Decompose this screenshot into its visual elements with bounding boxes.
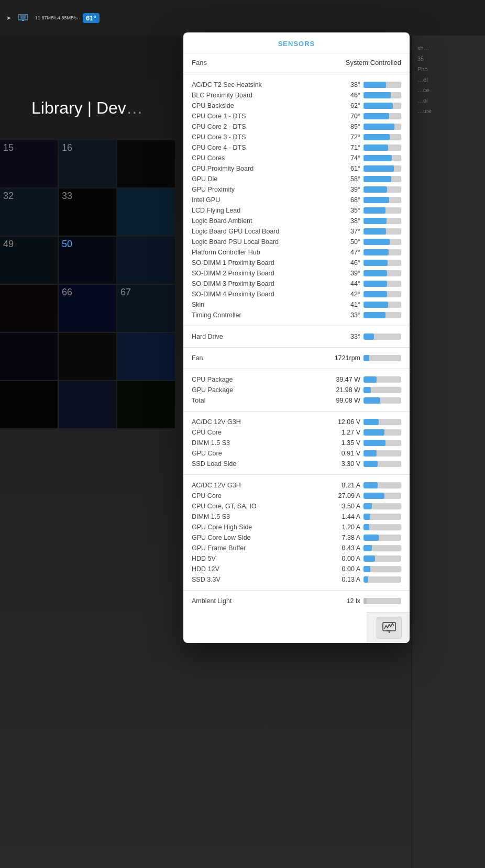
- divider-5: [183, 411, 410, 411]
- sensor-value: 50°: [324, 238, 360, 246]
- svg-rect-1: [20, 15, 26, 19]
- sidebar-label-4: …et: [417, 76, 480, 83]
- sensor-row-cpu-cores: CPU Cores 74°: [192, 153, 401, 163]
- sensor-bar: [363, 598, 401, 604]
- photo-thumb[interactable]: [117, 140, 175, 187]
- sensor-value: 61°: [324, 165, 360, 172]
- sensor-label: Fan: [192, 354, 324, 362]
- sensor-bar: [363, 376, 401, 383]
- sensor-value: 7.38 A: [324, 534, 360, 541]
- photo-thumb[interactable]: [59, 333, 116, 380]
- sensor-label: CPU Core, GT, SA, IO: [192, 503, 324, 510]
- photo-thumb[interactable]: [59, 381, 116, 428]
- sensor-row-acdc-12v: AC/DC 12V G3H 12.06 V: [192, 417, 401, 427]
- divider-2: [183, 326, 410, 326]
- photo-thumb[interactable]: [117, 188, 175, 236]
- fans-section: Fans System Controlled: [183, 53, 410, 72]
- sensor-value: 46°: [324, 259, 360, 266]
- photo-thumb[interactable]: [117, 381, 175, 428]
- svg-rect-2: [22, 20, 24, 21]
- sensor-value: 74°: [324, 154, 360, 162]
- sensor-row-hdd-12v: HDD 12V 0.00 A: [192, 564, 401, 574]
- photo-thumb[interactable]: [117, 333, 175, 380]
- sensor-label: Timing Controller: [192, 311, 324, 319]
- sensor-value: 46°: [324, 92, 360, 99]
- photo-thumb[interactable]: [117, 237, 175, 284]
- sensor-label: AC/DC T2 Sec Heatsink: [192, 81, 324, 88]
- sensor-value: 0.00 A: [324, 555, 360, 562]
- arrow-icon: ➤: [4, 14, 13, 23]
- sensor-label: GPU Package: [192, 386, 324, 394]
- photo-row-2: 32 33: [0, 188, 189, 236]
- photo-thumb[interactable]: [0, 285, 58, 332]
- cpu-monitor-button[interactable]: [377, 617, 402, 639]
- fans-row: Fans System Controlled: [192, 57, 401, 69]
- sensor-value: 21.98 W: [324, 386, 360, 394]
- sensor-row-logic-psu-local: Logic Board PSU Local Board 50°: [192, 237, 401, 247]
- sensor-label: CPU Backside: [192, 102, 324, 109]
- photo-thumb[interactable]: [0, 381, 58, 428]
- sensor-value: 72°: [324, 133, 360, 141]
- sensor-value: 39°: [324, 270, 360, 277]
- sensor-label: GPU Frame Buffer: [192, 544, 324, 552]
- photo-thumb[interactable]: [0, 333, 58, 380]
- sensor-row-blc: BLC Proximity Board 46°: [192, 90, 401, 101]
- sensor-value: 44°: [324, 280, 360, 287]
- sensor-bar: [363, 176, 401, 182]
- sensor-value: 1.35 V: [324, 439, 360, 447]
- sensor-bar: [363, 576, 401, 583]
- sensor-bar: [363, 249, 401, 255]
- sensor-row-timing: Timing Controller 33°: [192, 310, 401, 320]
- sensor-bar: [363, 207, 401, 214]
- sensor-value: 38°: [324, 81, 360, 88]
- sensor-value: 8.21 A: [324, 482, 360, 489]
- sensor-label: GPU Die: [192, 175, 324, 183]
- voltage-section: AC/DC 12V G3H 12.06 V CPU Core 1.27 V DI…: [183, 414, 410, 472]
- sensor-row-total-power: Total 99.08 W: [192, 395, 401, 406]
- current-section: AC/DC 12V G3H 8.21 A CPU Core 27.09 A CP…: [183, 477, 410, 588]
- sensor-row-sodimm2: SO-DIMM 2 Proximity Board 39°: [192, 268, 401, 279]
- photo-thumb[interactable]: 49: [0, 237, 58, 284]
- sensor-label: GPU Core: [192, 450, 324, 457]
- sensor-bar: [363, 82, 401, 88]
- temperature-badge[interactable]: 61°: [83, 13, 100, 23]
- sensors-content[interactable]: Fans System Controlled AC/DC T2 Sec Heat…: [183, 53, 410, 643]
- photo-thumb[interactable]: 50: [59, 237, 116, 284]
- sensor-label: CPU Cores: [192, 154, 324, 162]
- bottom-toolbar: WARN! TV 7:36 >_ PWR: [367, 612, 410, 643]
- sidebar-label-2: 35: [417, 55, 480, 62]
- sensor-value: 12 lx: [324, 597, 360, 605]
- sensor-bar: [363, 270, 401, 276]
- sensor-bar: [363, 566, 401, 572]
- photo-thumb[interactable]: 67: [117, 285, 175, 332]
- svg-rect-3: [383, 622, 395, 631]
- sensor-bar: [363, 419, 401, 425]
- sensor-row-sodimm3: SO-DIMM 3 Proximity Board 44°: [192, 279, 401, 289]
- sensor-row-intel-gpu: Intel GPU 68°: [192, 195, 401, 205]
- sensor-bar: [363, 514, 401, 520]
- sensor-bar: [363, 144, 401, 151]
- sensor-bar: [363, 482, 401, 488]
- sensor-value: 39°: [324, 186, 360, 193]
- sensor-bar: [363, 134, 401, 140]
- fans-value: System Controlled: [346, 59, 401, 66]
- photo-thumb[interactable]: 16: [59, 140, 116, 187]
- sensor-row-dimm-v: DIMM 1.5 S3 1.35 V: [192, 438, 401, 448]
- sensor-label: CPU Core 3 - DTS: [192, 133, 324, 141]
- photo-thumb[interactable]: 15: [0, 140, 58, 187]
- sensor-value: 85°: [324, 123, 360, 130]
- sensor-label: SO-DIMM 1 Proximity Board: [192, 259, 324, 266]
- photo-thumb[interactable]: 32: [0, 188, 58, 236]
- sensor-value: 0.13 A: [324, 576, 360, 583]
- sensor-value: 3.50 A: [324, 503, 360, 510]
- divider-4: [183, 369, 410, 369]
- sensor-row-sodimm4: SO-DIMM 4 Proximity Board 42°: [192, 289, 401, 299]
- sensor-row-cpu-core3: CPU Core 3 - DTS 72°: [192, 132, 401, 142]
- sensor-row-hard-drive: Hard Drive 33°: [192, 331, 401, 342]
- sensor-bar: [363, 440, 401, 446]
- sensor-label: DIMM 1.5 S3: [192, 513, 324, 520]
- sensor-label: Logic Board GPU Local Board: [192, 228, 324, 235]
- fans-label: Fans: [192, 59, 207, 66]
- photo-thumb[interactable]: 33: [59, 188, 116, 236]
- photo-thumb[interactable]: 66: [59, 285, 116, 332]
